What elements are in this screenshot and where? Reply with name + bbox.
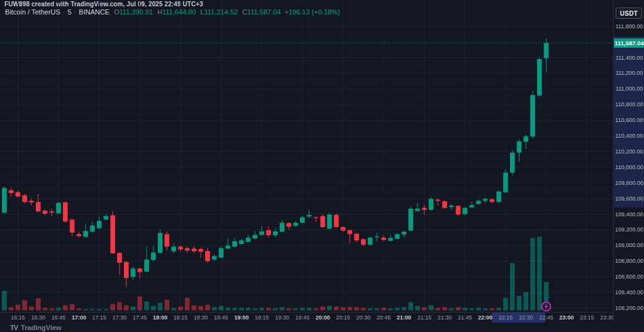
volume-bar [43, 308, 48, 311]
candle-body [16, 192, 21, 197]
price-tick-label: 110,200.00 [614, 148, 644, 155]
volume-bar [517, 296, 522, 311]
volume-bar [192, 306, 197, 311]
candle-body [422, 208, 427, 210]
currency-toggle-button[interactable]: USDT [616, 8, 642, 19]
candle-body [490, 199, 495, 202]
candle-body [314, 218, 319, 218]
volume-bar [429, 306, 434, 311]
candle-body [158, 233, 163, 253]
volume-bar [334, 307, 339, 311]
candle-body [226, 245, 231, 248]
price-tick-label: 109,200.00 [614, 226, 644, 233]
volume-bar [381, 308, 386, 311]
volume-bar [50, 309, 55, 311]
candle-body [320, 216, 325, 227]
volume-bar [341, 307, 346, 311]
volume-bar [388, 309, 393, 311]
volume-bar [144, 302, 149, 311]
candle-body [70, 219, 75, 233]
volume-bar [56, 308, 61, 311]
volume-bar [259, 308, 264, 311]
candle-body [56, 203, 61, 214]
close-value: 111,587.04 [247, 8, 280, 16]
candle-body [368, 238, 373, 245]
volume-bar [77, 309, 82, 311]
price-tick-label: 108,200.00 [614, 305, 644, 311]
interval-label[interactable]: 5 [68, 8, 72, 16]
price-tick-label: 108,800.00 [614, 258, 644, 264]
candle-body [280, 223, 285, 231]
candle-body [510, 153, 515, 173]
chart-canvas[interactable] [0, 0, 613, 312]
candle-body [124, 262, 129, 279]
candle-body [273, 231, 278, 235]
price-tick-label: 110,800.00 [614, 101, 644, 108]
candle-body [429, 199, 434, 209]
candle-body [232, 241, 237, 247]
candle-body [205, 251, 210, 261]
last-price-label: 111,587.04 [614, 38, 644, 48]
candle-body [22, 196, 27, 202]
candle-body [29, 201, 34, 202]
volume-bar [104, 309, 109, 311]
candle-body [408, 209, 413, 231]
volume-bar [280, 307, 285, 311]
candle-body [77, 234, 82, 236]
candle-body [388, 238, 393, 241]
volume-bar [226, 308, 231, 311]
volume-bar [212, 307, 217, 311]
close-label: C [242, 8, 247, 16]
volume-bar [402, 307, 407, 311]
candle-body [185, 248, 190, 251]
candle-body [83, 231, 88, 236]
volume-bar [293, 309, 298, 311]
volume-bar [510, 263, 515, 311]
price-tick-label: 111,800.00 [614, 23, 644, 30]
volume-bar [435, 308, 440, 311]
candle-body [36, 202, 41, 211]
low-value: 111,214.52 [204, 8, 238, 16]
volume-bar [232, 308, 237, 311]
candle-body [334, 215, 339, 227]
volume-bar [368, 309, 373, 311]
symbol-legend[interactable]: Bitcoin / TetherUS·5·BINANCEO111,390.91H… [5, 8, 340, 16]
volume-bar [9, 307, 14, 311]
candle-body [517, 141, 522, 153]
candle-body [259, 231, 264, 235]
candle-body [395, 234, 400, 238]
candle-body [361, 239, 366, 245]
volume-bar [151, 306, 156, 311]
volume-bar [320, 307, 325, 311]
candle-body [523, 136, 528, 142]
price-tick-label: 109,600.00 [614, 196, 644, 202]
candle-body [530, 95, 535, 136]
candle-body [212, 256, 217, 260]
price-tick-label: 110,000.00 [614, 164, 644, 170]
exchange-label[interactable]: BINANCE [79, 8, 109, 16]
candle-body [300, 218, 305, 223]
volume-bar [523, 292, 528, 311]
price-tick-label: 108,400.00 [614, 289, 644, 296]
candle-body [476, 201, 481, 204]
candle-body [354, 234, 359, 241]
volume-bar [300, 308, 305, 311]
tradingview-logo[interactable]: TV TradingView [10, 323, 62, 332]
price-tick-label: 109,400.00 [614, 211, 644, 218]
candle-body [178, 246, 183, 249]
price-axis[interactable]: 111,800.00111,600.00111,400.00111,200.00… [613, 0, 644, 323]
price-tick-label: 110,600.00 [614, 117, 644, 123]
candle-body [537, 59, 542, 96]
candle-body [253, 235, 258, 239]
candle-body [171, 246, 176, 251]
time-axis[interactable]: 16:1516:3016:4517:0017:1517:3017:4518:00… [0, 312, 644, 323]
volume-bar [415, 306, 420, 311]
volume-bar [246, 308, 251, 311]
volume-bar [449, 309, 454, 311]
volume-bar [476, 308, 481, 311]
volume-bar [463, 308, 468, 311]
price-tick-label: 109,800.00 [614, 180, 644, 186]
flash-event-icon[interactable] [541, 301, 552, 312]
symbol-name[interactable]: Bitcoin / TetherUS [5, 8, 60, 16]
candle-body [104, 216, 109, 220]
